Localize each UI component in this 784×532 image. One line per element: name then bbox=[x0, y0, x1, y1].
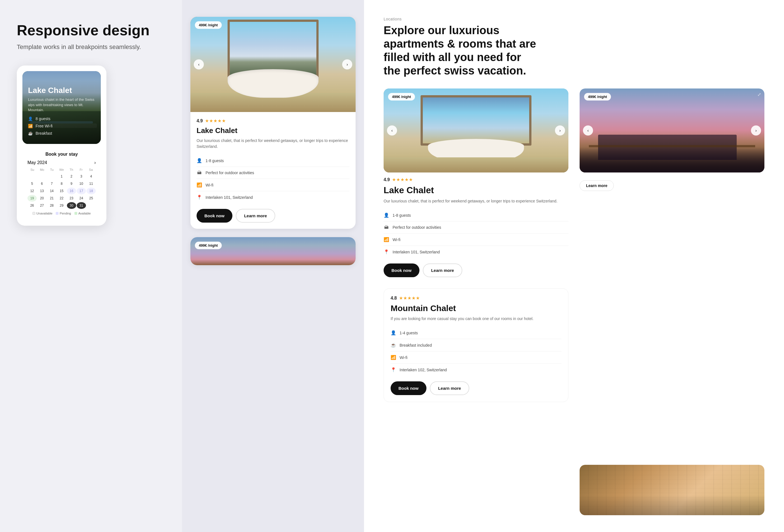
outdoor-icon: 🏔 bbox=[197, 170, 202, 175]
cal-day-3[interactable]: 3 bbox=[77, 173, 86, 180]
rm-breakfast-label: Breakfast included bbox=[399, 343, 432, 347]
mobile-property-title: Lake Chalet bbox=[28, 86, 95, 95]
middle-book-button[interactable]: Book now bbox=[197, 209, 232, 223]
cal-day-24[interactable]: 24 bbox=[77, 195, 86, 202]
side-nav-next[interactable]: › bbox=[751, 125, 761, 136]
cal-day-25[interactable]: 25 bbox=[86, 195, 96, 202]
cal-day-6[interactable]: 6 bbox=[37, 180, 47, 187]
cal-day-17[interactable]: 17 bbox=[77, 188, 86, 194]
right-content: 499€ /night ‹ › 4.9 ★★★★★ Lake Chalet Ou… bbox=[384, 88, 764, 515]
middle-stars: ★★★★★ bbox=[205, 118, 226, 123]
rm-breakfast: ☕ Breakfast included bbox=[391, 339, 561, 352]
location-icon: 📍 bbox=[197, 195, 202, 200]
right-mountain-desc: If you are looking for more casual stay … bbox=[391, 316, 561, 322]
middle-nav-next[interactable]: › bbox=[342, 59, 352, 69]
cal-day-11[interactable]: 11 bbox=[86, 180, 96, 187]
booking-section: Book your stay May 2024 › Su Mo Tu We Th… bbox=[22, 147, 101, 220]
side-price-badge: 499€ /night bbox=[584, 93, 611, 101]
second-price-badge: 499€ /night bbox=[195, 242, 222, 249]
cal-day-1[interactable]: 1 bbox=[57, 173, 66, 180]
legend-dot-unavailable bbox=[32, 212, 35, 215]
middle-location-label: Interlaken 101, Switzerland bbox=[205, 195, 253, 200]
middle-price-badge: 499€ /night bbox=[195, 21, 222, 29]
cal-day-7[interactable]: 7 bbox=[47, 180, 56, 187]
cal-day-29[interactable]: 29 bbox=[57, 202, 66, 209]
calendar-next-icon[interactable]: › bbox=[94, 160, 96, 165]
cal-day-19[interactable]: 19 bbox=[27, 195, 37, 202]
cal-day-empty-3 bbox=[47, 173, 56, 180]
cal-day-14[interactable]: 14 bbox=[47, 188, 56, 194]
right-mountain-btns: Book now Learn more bbox=[391, 381, 561, 395]
cal-day-8[interactable]: 8 bbox=[57, 180, 66, 187]
mobile-amenities: 👤 8 guests 📶 Free Wi-fi ☕ Breakfast bbox=[28, 113, 95, 138]
rl-outdoor-label: Perfect for outdoor activities bbox=[393, 225, 441, 230]
right-lake-nav-prev[interactable]: ‹ bbox=[387, 125, 397, 136]
cal-day-9[interactable]: 9 bbox=[67, 180, 76, 187]
guests-icon: 👤 bbox=[28, 116, 33, 121]
right-lake-score: 4.9 bbox=[384, 177, 390, 182]
cal-day-empty-1 bbox=[27, 173, 37, 180]
cal-day-30[interactable]: 30 bbox=[67, 202, 76, 209]
cal-day-26[interactable]: 26 bbox=[27, 202, 37, 209]
cal-day-4[interactable]: 4 bbox=[86, 173, 96, 180]
breakfast-icon: ☕ bbox=[28, 131, 33, 136]
sunset-bg bbox=[580, 88, 764, 172]
cal-day-28[interactable]: 28 bbox=[47, 202, 56, 209]
calendar-month-nav[interactable]: May 2024 › bbox=[27, 160, 96, 165]
middle-nav-prev[interactable]: ‹ bbox=[194, 59, 204, 69]
right-mountain-book-btn[interactable]: Book now bbox=[391, 381, 426, 395]
cal-day-16[interactable]: 16 bbox=[67, 188, 76, 194]
booking-title: Book your stay bbox=[27, 152, 96, 157]
locations-label: Locations bbox=[384, 17, 764, 21]
cal-day-22[interactable]: 22 bbox=[57, 195, 66, 202]
cal-day-18[interactable]: 18 bbox=[86, 188, 96, 194]
cal-day-5[interactable]: 5 bbox=[27, 180, 37, 187]
right-lake-price: 499€ /night bbox=[388, 93, 415, 101]
right-lake-learn-btn[interactable]: Learn more bbox=[423, 263, 463, 277]
right-lake-book-btn[interactable]: Book now bbox=[384, 263, 419, 277]
middle-rating-row: 4.9 ★★★★★ bbox=[197, 118, 349, 123]
side-nav-prev[interactable]: ‹ bbox=[583, 125, 593, 136]
right-lake-features: 👤 1-8 guests 🏔 Perfect for outdoor activ… bbox=[384, 209, 568, 258]
middle-guests-label: 1-8 guests bbox=[205, 159, 224, 163]
right-mountain-stars: ★★★★★ bbox=[399, 296, 420, 301]
middle-property-desc: Our luxurious chalet, that is perfect fo… bbox=[197, 138, 349, 149]
wifi-icon: 📶 bbox=[197, 182, 202, 188]
side-learn-more-link[interactable]: Learn more bbox=[580, 180, 614, 191]
rm-guests-icon: 👤 bbox=[391, 330, 396, 335]
cal-day-23[interactable]: 23 bbox=[67, 195, 76, 202]
rm-location: 📍 Interlaken 102, Switzerland bbox=[391, 364, 561, 376]
middle-wifi-label: Wi-fi bbox=[205, 183, 213, 187]
middle-feature-outdoor: 🏔 Perfect for outdoor activities bbox=[197, 167, 349, 179]
calendar-month-label: May 2024 bbox=[27, 160, 47, 165]
cal-day-27[interactable]: 27 bbox=[37, 202, 47, 209]
right-right-column: 499€ /night ⤢ ‹ › Learn more bbox=[580, 88, 764, 515]
amenity-guests: 👤 8 guests bbox=[28, 116, 95, 121]
day-th: Th bbox=[66, 168, 76, 171]
cal-day-20[interactable]: 20 bbox=[37, 195, 47, 202]
guests-icon: 👤 bbox=[197, 158, 202, 163]
left-panel: Responsive design Template works in all … bbox=[0, 0, 182, 532]
middle-property-image: 499€ /night ‹ › bbox=[190, 17, 356, 112]
cal-day-15[interactable]: 15 bbox=[57, 188, 66, 194]
right-lake-guests: 👤 1-8 guests bbox=[384, 209, 568, 222]
mobile-hero-image: Lake Chalet Luxurious chalet in the hear… bbox=[22, 71, 101, 144]
cal-day-31[interactable]: 31 bbox=[77, 202, 86, 209]
right-lake-info: 4.9 ★★★★★ Lake Chalet Our luxurious chal… bbox=[384, 177, 568, 277]
cal-day-12[interactable]: 12 bbox=[27, 188, 37, 194]
cal-day-2[interactable]: 2 bbox=[67, 173, 76, 180]
right-lake-image: 499€ /night ‹ › bbox=[384, 88, 568, 172]
right-lake-outdoor: 🏔 Perfect for outdoor activities bbox=[384, 222, 568, 233]
cal-day-13[interactable]: 13 bbox=[37, 188, 47, 194]
rl-guests-label: 1-8 guests bbox=[393, 213, 411, 218]
rl-location-icon: 📍 bbox=[384, 249, 389, 254]
middle-learn-button[interactable]: Learn more bbox=[236, 209, 276, 223]
right-mountain-chalet: 4.8 ★★★★★ Mountain Chalet If you are loo… bbox=[384, 288, 568, 402]
cal-day-10[interactable]: 10 bbox=[77, 180, 86, 187]
rl-wifi-icon: 📶 bbox=[384, 237, 389, 242]
right-lake-nav-next[interactable]: › bbox=[555, 125, 565, 136]
middle-feature-guests: 👤 1-8 guests bbox=[197, 155, 349, 167]
right-mountain-learn-btn[interactable]: Learn more bbox=[430, 381, 470, 395]
cal-day-21[interactable]: 21 bbox=[47, 195, 56, 202]
right-lake-chalet: 499€ /night ‹ › 4.9 ★★★★★ Lake Chalet Ou… bbox=[384, 88, 568, 277]
